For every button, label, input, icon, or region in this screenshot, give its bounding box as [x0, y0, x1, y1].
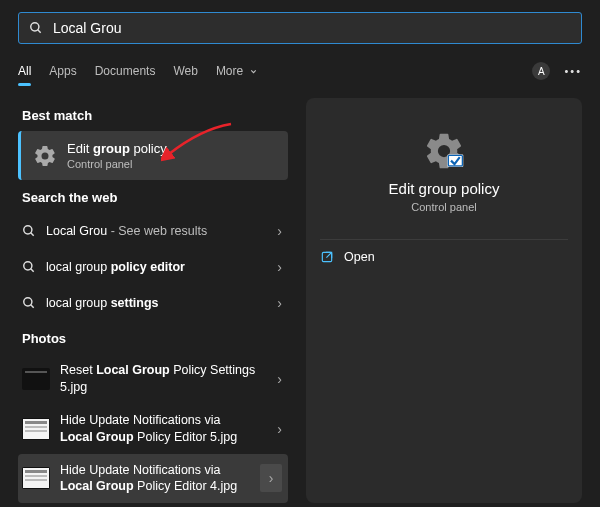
svg-rect-11: [25, 421, 47, 424]
open-label: Open: [344, 250, 375, 264]
search-input[interactable]: [53, 20, 571, 36]
svg-line-1: [38, 30, 41, 33]
tab-web[interactable]: Web: [173, 64, 197, 78]
results-column: Best match Edit group policy Control pan…: [18, 98, 288, 503]
open-action[interactable]: Open: [320, 239, 568, 274]
chevron-right-icon: ›: [277, 259, 282, 275]
chevron-right-icon[interactable]: ›: [260, 464, 282, 492]
photo-result[interactable]: Hide Update Notifications via Local Grou…: [18, 404, 288, 454]
chevron-down-icon: [249, 67, 258, 76]
preview-title: Edit group policy: [320, 180, 568, 197]
section-photos: Photos: [18, 321, 288, 354]
section-best-match: Best match: [18, 98, 288, 131]
search-icon: [22, 224, 36, 238]
tab-apps[interactable]: Apps: [49, 64, 76, 78]
result-subtitle: Control panel: [67, 158, 167, 170]
svg-point-4: [24, 262, 32, 270]
open-icon: [320, 250, 334, 264]
photo-result[interactable]: Hide Update Notifications via Local Grou…: [18, 454, 288, 504]
thumbnail-icon: [22, 467, 50, 489]
web-result-policy-editor[interactable]: local group policy editor ›: [18, 249, 288, 285]
svg-line-3: [31, 233, 34, 236]
svg-line-7: [31, 305, 34, 308]
svg-point-6: [24, 298, 32, 306]
thumbnail-icon: [22, 368, 50, 390]
gear-check-icon: [423, 130, 465, 172]
tab-all[interactable]: All: [18, 64, 31, 78]
search-icon: [22, 260, 36, 274]
svg-rect-12: [25, 426, 47, 428]
photo-result[interactable]: Reset Local Group Policy Settings 5.jpg …: [18, 354, 288, 404]
search-icon: [22, 296, 36, 310]
chevron-right-icon: ›: [277, 421, 282, 437]
gear-icon: [33, 144, 57, 168]
svg-rect-16: [25, 475, 47, 477]
svg-rect-13: [25, 430, 47, 432]
tab-more[interactable]: More: [216, 64, 258, 78]
preview-panel: Edit group policy Control panel Open: [306, 98, 582, 503]
search-icon: [29, 21, 43, 35]
result-title: Edit group policy: [67, 141, 167, 156]
web-result-settings[interactable]: local group settings ›: [18, 285, 288, 321]
chevron-right-icon: ›: [277, 371, 282, 387]
svg-rect-9: [25, 371, 47, 373]
chevron-right-icon: ›: [277, 223, 282, 239]
tab-documents[interactable]: Documents: [95, 64, 156, 78]
web-result-local-grou[interactable]: Local Grou - See web results ›: [18, 213, 288, 249]
thumbnail-icon: [22, 418, 50, 440]
more-options-button[interactable]: •••: [564, 65, 582, 77]
svg-point-2: [24, 226, 32, 234]
svg-rect-17: [25, 479, 47, 481]
section-search-web: Search the web: [18, 180, 288, 213]
svg-line-5: [31, 269, 34, 272]
svg-line-21: [326, 252, 331, 257]
preview-subtitle: Control panel: [320, 201, 568, 213]
chevron-right-icon: ›: [277, 295, 282, 311]
result-edit-group-policy[interactable]: Edit group policy Control panel: [18, 131, 288, 180]
svg-rect-15: [25, 470, 47, 473]
avatar[interactable]: A: [532, 62, 550, 80]
search-bar[interactable]: [18, 12, 582, 44]
filter-tabs: All Apps Documents Web More A •••: [0, 52, 600, 90]
svg-point-0: [31, 23, 39, 31]
